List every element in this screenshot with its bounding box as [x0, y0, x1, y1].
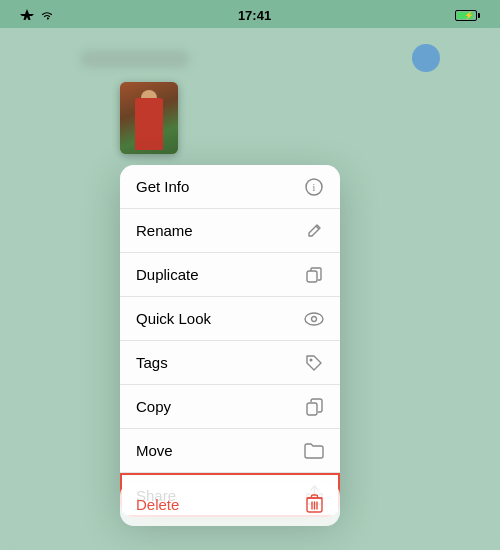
- status-right: ⚡: [455, 10, 480, 21]
- svg-text:i: i: [313, 182, 316, 193]
- svg-point-3: [305, 313, 323, 325]
- menu-item-tags[interactable]: Tags: [120, 341, 340, 385]
- svg-point-4: [312, 316, 317, 321]
- status-bar: 17:41 ⚡: [0, 0, 500, 28]
- pencil-icon: [304, 221, 324, 241]
- menu-item-copy[interactable]: Copy: [120, 385, 340, 429]
- menu-item-rename[interactable]: Rename: [120, 209, 340, 253]
- file-name-blurred: [80, 50, 190, 68]
- status-left: [20, 9, 54, 21]
- battery-bolt: ⚡: [464, 11, 474, 20]
- menu-item-duplicate[interactable]: Duplicate: [120, 253, 340, 297]
- svg-point-5: [310, 358, 313, 361]
- svg-rect-2: [307, 271, 317, 282]
- battery-icon: ⚡: [455, 10, 480, 21]
- eye-icon: [304, 309, 324, 329]
- svg-rect-6: [307, 403, 317, 415]
- trash-icon: [304, 494, 324, 514]
- info-icon: i: [304, 177, 324, 197]
- file-thumbnail: [120, 82, 178, 154]
- menu-item-move[interactable]: Move: [120, 429, 340, 473]
- wifi-icon: [40, 9, 54, 21]
- delete-section: Delete: [120, 476, 340, 526]
- thumbnail-image: [120, 82, 178, 154]
- airplane-icon: [20, 9, 34, 21]
- copy-icon: [304, 397, 324, 417]
- context-menu: Get Info i Rename Duplicate Quick: [120, 165, 340, 517]
- duplicate-icon: [304, 265, 324, 285]
- status-time: 17:41: [238, 8, 271, 23]
- tag-icon: [304, 353, 324, 373]
- blue-dot: [412, 44, 440, 72]
- menu-item-quick-look[interactable]: Quick Look: [120, 297, 340, 341]
- menu-item-get-info[interactable]: Get Info i: [120, 165, 340, 209]
- menu-item-delete[interactable]: Delete: [120, 482, 340, 526]
- folder-icon: [304, 441, 324, 461]
